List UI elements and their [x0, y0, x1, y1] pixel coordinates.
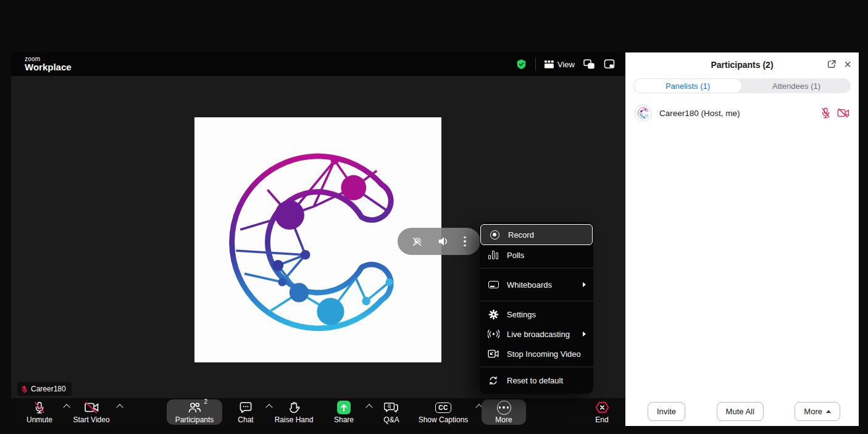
tab-attendees[interactable]: Attendees (1) — [742, 78, 851, 93]
stop-incoming-video-icon — [487, 349, 499, 358]
self-name-tag: Career180 — [17, 382, 72, 396]
raise-hand-label: Raise Hand — [275, 415, 314, 424]
qa-letter: q — [388, 403, 391, 409]
minimize-window-icon[interactable] — [604, 59, 616, 69]
meeting-toolbar: Unmute Start Video 2 Participants — [11, 398, 625, 426]
menu-separator — [480, 301, 593, 301]
menu-item-whiteboards[interactable]: Whiteboards — [480, 272, 593, 298]
panel-tabs: Panelists (1) Attendees (1) — [633, 78, 851, 93]
qa-button[interactable]: q Q&A — [374, 400, 409, 424]
topbar-divider — [535, 57, 536, 71]
menu-item-label: Stop Incoming Video — [507, 349, 581, 359]
menu-item-polls[interactable]: Polls — [480, 245, 593, 265]
submenu-arrow-icon — [583, 282, 586, 287]
menu-item-record[interactable]: Record — [480, 224, 593, 245]
whiteboards-icon — [487, 281, 499, 288]
swap-windows-icon[interactable] — [583, 59, 595, 69]
participants-icon: 2 — [187, 400, 202, 415]
unpin-icon[interactable] — [412, 236, 422, 247]
participant-video-off-icon[interactable] — [837, 108, 849, 118]
video-tile-controls — [398, 228, 480, 255]
menu-item-label: Polls — [507, 251, 524, 260]
participant-avatar — [635, 104, 652, 122]
menu-item-live-broadcasting[interactable]: Live broadcasting — [480, 324, 593, 344]
menu-separator — [480, 367, 593, 367]
submenu-arrow-icon — [583, 332, 586, 336]
participants-count-badge: 2 — [204, 398, 207, 405]
zoom-workplace-logo: zoom Workplace — [11, 56, 72, 72]
view-button[interactable]: View — [545, 60, 575, 69]
share-screen-icon — [337, 400, 351, 415]
participants-panel: Participants (2) × Panelists (1) Attende… — [625, 52, 859, 426]
meeting-topbar: zoom Workplace View — [11, 52, 625, 76]
start-video-label: Start Video — [73, 415, 109, 424]
menu-item-label: Settings — [507, 310, 536, 319]
menu-item-label: Live broadcasting — [507, 330, 570, 339]
participant-row[interactable]: Career180 (Host, me) — [625, 103, 859, 123]
more-label: More — [495, 415, 512, 424]
end-button[interactable]: End — [585, 400, 619, 424]
start-video-button[interactable]: Start Video — [69, 400, 114, 424]
muted-mic-small-icon — [21, 385, 28, 393]
share-label: Share — [334, 415, 354, 424]
menu-item-label: Reset to default — [507, 376, 563, 385]
zoom-window: zoom Workplace View — [11, 52, 859, 426]
panel-more-label: More — [804, 407, 822, 416]
popout-panel-icon[interactable] — [827, 59, 837, 69]
captions-icon: CC — [435, 400, 451, 415]
show-captions-label: Show Captions — [419, 415, 469, 424]
brand-workplace: Workplace — [25, 62, 72, 72]
video-options-chevron[interactable] — [116, 404, 123, 411]
tile-more-options-icon[interactable] — [464, 236, 466, 247]
panel-footer: Invite Mute All More — [625, 402, 859, 421]
self-name-label: Career180 — [31, 385, 66, 393]
polls-icon — [487, 251, 499, 259]
reset-icon — [487, 376, 499, 385]
show-captions-button[interactable]: CC Show Captions — [414, 400, 473, 424]
chat-label: Chat — [238, 415, 253, 424]
mute-all-button[interactable]: Mute All — [717, 402, 764, 421]
invite-button[interactable]: Invite — [648, 402, 685, 421]
menu-separator — [480, 268, 593, 269]
chat-icon — [239, 400, 253, 415]
video-off-icon — [84, 400, 99, 415]
participant-mic-muted-icon[interactable] — [821, 107, 830, 119]
menu-item-label: Whiteboards — [507, 280, 552, 290]
end-label: End — [595, 415, 608, 424]
participants-button[interactable]: 2 Participants — [167, 399, 222, 425]
menu-item-settings[interactable]: Settings — [480, 304, 593, 324]
participants-panel-title: Participants (2) — [711, 60, 773, 70]
participants-label: Participants — [175, 415, 214, 424]
share-button[interactable]: Share — [326, 400, 362, 424]
chat-button[interactable]: Chat — [228, 400, 263, 424]
share-options-chevron[interactable] — [365, 404, 372, 411]
raise-hand-button[interactable]: Raise Hand — [268, 400, 320, 424]
meeting-main-area: zoom Workplace View — [11, 52, 625, 426]
muted-mic-icon — [33, 400, 46, 415]
unmute-label: Unmute — [27, 415, 52, 424]
volume-icon[interactable] — [437, 236, 449, 247]
more-dots-icon — [497, 400, 511, 415]
security-shield-icon[interactable] — [516, 59, 527, 70]
close-panel-icon[interactable]: × — [844, 59, 851, 70]
more-up-arrow-icon — [826, 410, 831, 413]
qa-icon: q — [384, 400, 399, 415]
unmute-button[interactable]: Unmute — [20, 400, 59, 424]
tab-panelists[interactable]: Panelists (1) — [633, 78, 742, 93]
menu-item-stop-incoming-video[interactable]: Stop Incoming Video — [480, 344, 593, 364]
mute-all-label: Mute All — [726, 407, 754, 416]
more-context-menu: Record Polls Whiteboards — [480, 222, 593, 394]
qa-label: Q&A — [383, 415, 399, 424]
more-button[interactable]: More — [482, 399, 526, 425]
raise-hand-icon — [288, 400, 300, 415]
end-meeting-icon — [595, 400, 610, 415]
career180-logo — [213, 135, 423, 345]
menu-item-reset-to-default[interactable]: Reset to default — [480, 370, 593, 390]
participants-panel-header: Participants (2) × — [625, 52, 859, 77]
cc-text: CC — [435, 403, 451, 413]
broadcast-icon — [487, 330, 499, 338]
panel-more-button[interactable]: More — [795, 402, 840, 421]
settings-gear-icon — [487, 309, 499, 320]
record-icon — [488, 230, 501, 240]
view-grid-icon — [545, 61, 554, 69]
